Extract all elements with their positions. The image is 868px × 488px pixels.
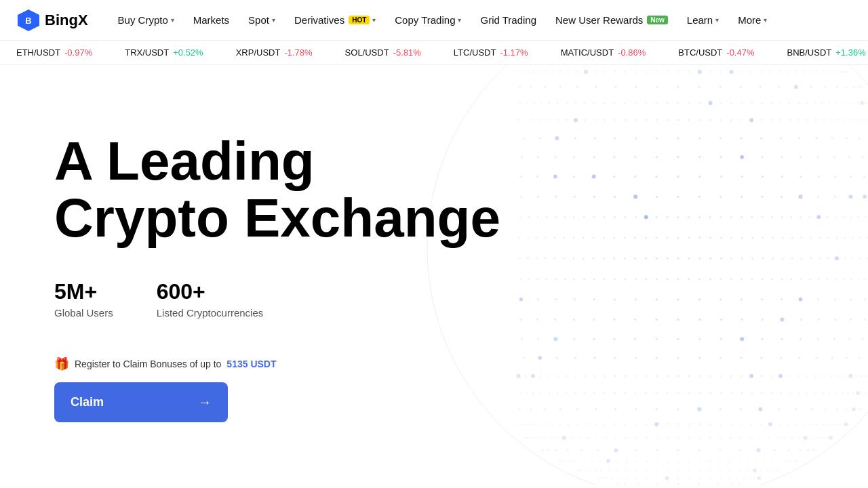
svg-point-599 xyxy=(656,196,658,198)
svg-point-891 xyxy=(741,319,743,321)
ticker-item: TRX/USDT+0.52% xyxy=(125,47,203,58)
svg-point-1302 xyxy=(591,460,593,462)
svg-point-1284 xyxy=(755,460,757,462)
svg-point-379 xyxy=(709,119,711,121)
svg-point-1103 xyxy=(656,392,658,394)
svg-point-1255 xyxy=(774,449,776,451)
svg-point-686 xyxy=(709,237,711,239)
hero-content: A Leading Crypto Exchange 5M+ Global Use… xyxy=(54,133,500,422)
svg-point-1351 xyxy=(754,477,756,479)
svg-point-626 xyxy=(858,216,860,218)
svg-point-655 xyxy=(741,237,743,239)
logo-link[interactable]: B BingX xyxy=(16,8,88,33)
claim-button[interactable]: Claim → xyxy=(54,382,228,422)
svg-point-1152 xyxy=(720,423,722,425)
svg-point-217 xyxy=(760,71,762,73)
bonus-amount: 5135 USDT xyxy=(226,359,276,369)
svg-point-300 xyxy=(595,86,597,88)
svg-point-1298 xyxy=(667,460,669,462)
svg-point-1329 xyxy=(688,470,690,472)
svg-point-215 xyxy=(720,71,722,73)
svg-point-522 xyxy=(850,176,852,178)
svg-point-1089 xyxy=(624,392,626,394)
svg-point-473 xyxy=(817,156,819,158)
svg-point-703 xyxy=(656,237,658,239)
svg-point-1252 xyxy=(807,449,809,451)
ticker-item: SOL/USDT-5.81% xyxy=(345,47,421,58)
ticker-item: BTC/USDT-0.47% xyxy=(678,47,754,58)
svg-point-892 xyxy=(720,319,722,321)
svg-point-712 xyxy=(835,256,839,260)
svg-point-443 xyxy=(594,137,596,139)
svg-point-390 xyxy=(525,119,527,121)
svg-point-353 xyxy=(741,119,743,121)
nav-item-copy-trading[interactable]: Copy Trading ▾ xyxy=(387,9,469,31)
svg-point-543 xyxy=(573,176,575,178)
svg-point-1233 xyxy=(550,437,552,439)
svg-point-904 xyxy=(536,319,538,321)
nav-item-learn[interactable]: Learn ▾ xyxy=(679,9,727,31)
svg-point-1217 xyxy=(688,437,690,439)
svg-point-627 xyxy=(843,216,845,218)
nav-item-buy-crypto[interactable]: Buy Crypto ▾ xyxy=(110,9,182,31)
svg-point-495 xyxy=(634,156,636,158)
svg-point-785 xyxy=(809,278,811,280)
svg-point-797 xyxy=(564,278,566,280)
svg-point-837 xyxy=(799,298,803,302)
svg-point-223 xyxy=(839,71,841,73)
svg-point-644 xyxy=(519,216,521,218)
svg-point-1211 xyxy=(798,437,800,439)
svg-point-361 xyxy=(865,119,867,121)
svg-point-648 xyxy=(593,216,595,218)
svg-point-439 xyxy=(523,137,525,139)
nav-item-markets[interactable]: Markets xyxy=(185,9,237,31)
svg-point-758 xyxy=(719,278,722,280)
svg-point-310 xyxy=(797,102,800,104)
nav-item-new-user-rewards[interactable]: New User Rewards New xyxy=(547,9,676,31)
svg-point-1304 xyxy=(568,460,570,462)
svg-point-275 xyxy=(846,86,848,88)
svg-point-328 xyxy=(770,102,772,104)
nav-item-spot[interactable]: Spot ▾ xyxy=(240,9,283,31)
svg-point-662 xyxy=(866,237,868,239)
svg-point-1271 xyxy=(542,449,544,451)
svg-point-395 xyxy=(614,119,616,121)
svg-point-227 xyxy=(842,71,844,73)
nav-item-derivatives[interactable]: Derivatives HOT ▾ xyxy=(286,9,384,31)
svg-point-1289 xyxy=(796,460,798,462)
svg-point-429 xyxy=(698,137,701,139)
svg-point-854 xyxy=(555,298,557,300)
svg-point-1176 xyxy=(645,423,647,425)
svg-point-1043 xyxy=(624,375,626,377)
nav-item-more[interactable]: More ▾ xyxy=(730,9,775,31)
svg-point-581 xyxy=(719,196,722,198)
svg-point-1053 xyxy=(575,375,577,377)
svg-point-1163 xyxy=(844,422,848,426)
svg-point-741 xyxy=(645,258,647,260)
svg-point-1279 xyxy=(656,449,658,451)
svg-point-784 xyxy=(827,278,829,280)
svg-point-682 xyxy=(791,237,793,239)
svg-point-1294 xyxy=(747,460,749,462)
svg-point-373 xyxy=(823,119,825,121)
svg-point-229 xyxy=(827,71,829,73)
svg-point-1057 xyxy=(656,375,658,377)
svg-point-444 xyxy=(614,137,616,139)
svg-point-221 xyxy=(822,71,824,73)
svg-point-608 xyxy=(835,216,837,218)
svg-point-358 xyxy=(830,119,832,121)
svg-point-603 xyxy=(741,216,743,218)
svg-point-387 xyxy=(548,119,550,121)
svg-point-1272 xyxy=(547,449,549,451)
stat-global-users: 5M+ Global Users xyxy=(54,279,113,319)
svg-point-1179 xyxy=(585,423,587,425)
svg-point-714 xyxy=(866,258,868,260)
svg-point-1018 xyxy=(830,375,832,377)
chevron-down-icon: ▾ xyxy=(171,16,174,24)
nav-item-grid-trading[interactable]: Grid Trading xyxy=(472,9,545,31)
svg-point-632 xyxy=(751,216,753,218)
svg-point-688 xyxy=(667,237,669,239)
svg-point-232 xyxy=(787,71,789,73)
svg-point-1353 xyxy=(728,477,730,479)
svg-point-346 xyxy=(593,102,595,104)
